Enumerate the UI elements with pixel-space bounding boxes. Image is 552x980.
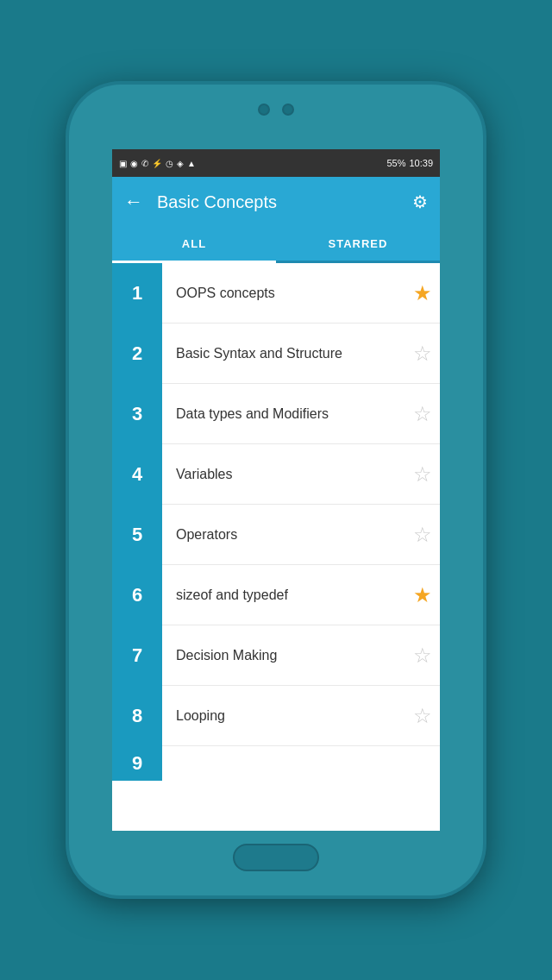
item-number-box-2: 2 [112, 324, 162, 384]
star-empty-icon-8: ☆ [413, 704, 432, 728]
camera-dot [258, 104, 270, 116]
back-button[interactable]: ← [124, 192, 143, 211]
star-button-2[interactable]: ☆ [405, 336, 440, 371]
star-filled-icon-6: ★ [413, 583, 432, 607]
star-empty-icon-4: ☆ [413, 462, 432, 487]
item-number-box-4: 4 [112, 444, 162, 505]
list-item[interactable]: 2 Basic Syntax and Structure ☆ [112, 324, 440, 384]
item-number-2: 2 [132, 342, 142, 365]
star-button-7[interactable]: ☆ [405, 638, 440, 673]
item-number-6: 6 [132, 584, 142, 606]
settings-button[interactable]: ⚙ [412, 192, 428, 212]
list-item[interactable]: 7 Decision Making ☆ [112, 625, 440, 686]
star-button-8[interactable]: ☆ [405, 699, 440, 733]
speaker-dot [282, 104, 294, 116]
item-label-1: OOPS concepts [162, 286, 405, 301]
time-display: 10:39 [409, 158, 433, 168]
star-button-4[interactable]: ☆ [405, 457, 440, 492]
status-icon-phone: ✆ [141, 159, 148, 168]
item-label-6: sizeof and typedef [162, 587, 405, 603]
star-empty-icon-2: ☆ [413, 342, 432, 366]
item-number-box-6: 6 [112, 565, 162, 625]
star-button-3[interactable]: ☆ [405, 397, 440, 431]
item-number-7: 7 [132, 644, 142, 667]
tabs-bar: ALL STARRED [112, 227, 440, 263]
list-item[interactable]: 3 Data types and Modifiers ☆ [112, 384, 440, 444]
item-number-3: 3 [132, 403, 142, 425]
item-number-1: 1 [132, 282, 142, 305]
status-icon-clock: ◷ [166, 159, 173, 168]
tab-all[interactable]: ALL [112, 227, 276, 261]
tab-starred[interactable]: STARRED [276, 227, 440, 261]
status-icon-android: ⚡ [152, 159, 162, 168]
status-right: 55% 10:39 [386, 158, 433, 168]
status-icon-image: ▣ [119, 159, 127, 168]
item-label-4: Variables [162, 467, 405, 482]
item-number-box-1: 1 [112, 263, 162, 324]
app-bar: ← Basic Concepts ⚙ [112, 177, 440, 227]
item-number-5: 5 [132, 524, 142, 546]
star-empty-icon-7: ☆ [413, 644, 432, 668]
star-button-1[interactable]: ★ [405, 276, 440, 311]
list-item[interactable]: 8 Looping ☆ [112, 686, 440, 746]
item-number-box-7: 7 [112, 625, 162, 686]
status-icon-location: ◉ [130, 159, 138, 168]
item-label-8: Looping [162, 708, 405, 724]
item-number-box-9: 9 [112, 746, 162, 781]
star-button-6[interactable]: ★ [405, 578, 440, 612]
phone-top-sensors [258, 104, 294, 116]
phone-home-button[interactable] [233, 844, 319, 871]
status-icons-left: ▣ ◉ ✆ ⚡ ◷ ◈ ▲ [119, 159, 196, 168]
battery-indicator: 55% [386, 158, 405, 168]
phone-device: ▣ ◉ ✆ ⚡ ◷ ◈ ▲ 55% 10:39 ← Basic Concepts… [69, 85, 483, 895]
item-number-box-5: 5 [112, 505, 162, 565]
list-item[interactable]: 6 sizeof and typedef ★ [112, 565, 440, 625]
item-number-box-8: 8 [112, 686, 162, 746]
item-label-7: Decision Making [162, 648, 405, 663]
star-empty-icon-3: ☆ [413, 402, 432, 426]
status-bar: ▣ ◉ ✆ ⚡ ◷ ◈ ▲ 55% 10:39 [112, 149, 440, 177]
item-number-4: 4 [132, 463, 142, 486]
item-label-3: Data types and Modifiers [162, 406, 405, 422]
item-label-5: Operators [162, 527, 405, 543]
star-button-5[interactable]: ☆ [405, 518, 440, 552]
item-number-9: 9 [132, 752, 142, 775]
star-empty-icon-5: ☆ [413, 523, 432, 547]
status-icon-signal: ▲ [187, 159, 196, 168]
list-item[interactable]: 5 Operators ☆ [112, 505, 440, 565]
item-number-8: 8 [132, 705, 142, 727]
star-filled-icon-1: ★ [413, 281, 432, 305]
app-title: Basic Concepts [157, 192, 412, 212]
list-item[interactable]: 1 OOPS concepts ★ [112, 263, 440, 324]
list-item-partial[interactable]: 9 [112, 746, 440, 781]
phone-screen: ▣ ◉ ✆ ⚡ ◷ ◈ ▲ 55% 10:39 ← Basic Concepts… [112, 149, 440, 831]
status-icon-wifi: ◈ [177, 159, 184, 168]
item-number-box-3: 3 [112, 384, 162, 444]
list-item[interactable]: 4 Variables ☆ [112, 444, 440, 505]
topics-list: 1 OOPS concepts ★ 2 Basic Syntax and Str… [112, 263, 440, 831]
item-label-2: Basic Syntax and Structure [162, 346, 405, 361]
